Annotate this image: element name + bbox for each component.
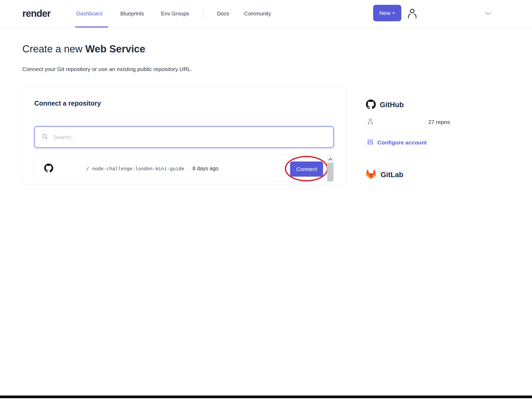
redacted-repo-owner	[53, 165, 86, 173]
repos-count: 27 repos	[428, 119, 450, 125]
top-nav: render Dashboard Blueprints Env Groups D…	[0, 0, 532, 28]
scrollbar-thumb[interactable]	[327, 163, 333, 181]
gitlab-icon	[365, 169, 377, 181]
gitlab-provider-header: GitLab	[365, 169, 403, 181]
repo-updated-time: 8 days ago	[192, 165, 218, 172]
nav-item-docs[interactable]: Docs	[217, 11, 229, 17]
card-heading-divider	[34, 117, 334, 117]
active-tab-underline	[75, 26, 108, 28]
page-subtitle: Connect your Git repository or use an ex…	[22, 66, 192, 72]
render-logo[interactable]: render	[22, 8, 51, 19]
configure-account-link[interactable]: Configure account	[367, 138, 427, 147]
repo-separator-dot: ·	[187, 165, 189, 172]
github-account-row: · 27 repos	[367, 118, 450, 126]
github-icon	[44, 164, 53, 174]
screenshot-bottom-edge	[0, 396, 532, 398]
redacted-github-username	[377, 119, 423, 126]
page-title: Create a new Web Service	[22, 43, 145, 55]
sliders-icon	[367, 138, 374, 147]
new-button[interactable]: New +	[373, 5, 401, 21]
repo-search-input[interactable]	[53, 134, 333, 140]
github-title: GitHub	[380, 101, 404, 109]
configure-account-label: Configure account	[377, 139, 427, 146]
card-heading: Connect a repository	[34, 99, 101, 107]
connect-button[interactable]: Connect	[290, 161, 323, 177]
repo-list-scrollbar[interactable]	[327, 156, 333, 181]
chevron-down-icon[interactable]	[484, 11, 492, 18]
user-avatar-icon[interactable]	[406, 7, 418, 21]
nav-item-blueprints[interactable]: Blueprints	[120, 11, 144, 17]
page-title-regular: Create a new	[22, 43, 85, 55]
search-icon	[41, 133, 48, 141]
github-provider-header: GitHub	[366, 99, 404, 110]
github-icon	[366, 99, 376, 110]
repo-path: / node-challenge-london-mini-guide	[86, 166, 184, 171]
repo-search-box	[34, 126, 334, 148]
connect-repository-card: Connect a repository / node-challenge-lo…	[22, 86, 346, 185]
repo-list: / node-challenge-london-mini-guide · 8 d…	[34, 155, 334, 182]
repos-separator-dot: ·	[423, 119, 425, 125]
nav-item-community[interactable]: Community	[244, 11, 271, 17]
nav-item-dashboard[interactable]: Dashboard	[76, 11, 102, 17]
page-title-bold: Web Service	[85, 43, 145, 55]
gitlab-title: GitLab	[381, 171, 403, 179]
scroll-up-icon[interactable]	[327, 156, 333, 163]
person-icon	[367, 118, 374, 126]
nav-item-env-groups[interactable]: Env Groups	[161, 11, 189, 17]
nav-divider	[203, 7, 203, 18]
repo-list-item[interactable]: / node-challenge-london-mini-guide · 8 d…	[35, 156, 327, 181]
